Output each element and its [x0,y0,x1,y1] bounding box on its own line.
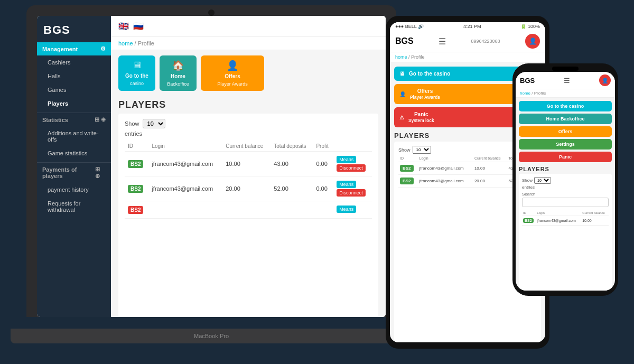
phone-menu-icon[interactable]: ☰ [564,77,570,85]
sidebar-item-games[interactable]: Games [37,83,111,97]
phone-avatar: 👤 [599,74,611,86]
tablet-avatar: 👤 [525,34,540,49]
phone-id-badge: BS2 [523,218,534,223]
table-row: BS2 jfrancom43@gmail.com 20.00 52.00 0.0… [125,176,372,201]
cell-login: jfrancom43@gmail.com [148,152,222,176]
offers-button[interactable]: 👤 Offers Player Awards [201,55,264,91]
sidebar-item-players[interactable]: Players [37,97,111,110]
sidebar-management-section[interactable]: Management ⚙ [37,42,111,55]
cell-actions: Means Disconnect [333,176,372,201]
phone-casino-button[interactable]: Go to the casino [519,101,612,111]
offers-icon: 👤 [227,60,238,71]
phone-col-balance: Current balance [581,210,609,216]
payments-label: Payments of players [42,166,95,179]
phone-search-input[interactable] [522,198,609,207]
macbook-camera [208,10,215,16]
tablet-panic-label: PanicSystem lock [408,111,434,123]
show-label: Show [125,120,139,127]
home-backoffice-button[interactable]: 🏠 Home Backoffice [160,55,197,91]
cell-actions: Means Disconnect [333,152,372,176]
tablet-topbar: BGS ☰ 89964223068 👤 [390,31,545,52]
sidebar-statistics-section[interactable]: Statistics ⊞ ⊕ [37,113,111,126]
tablet-account: 89964223068 [471,39,500,44]
cell-login [148,201,222,219]
col-deposits: Total deposits [271,141,313,152]
phone-show-row: Show 10 [522,177,609,184]
sidebar-item-payment-history[interactable]: payment history [37,183,111,197]
home-label: Home [171,73,185,79]
sidebar-item-withdrawal[interactable]: Requests for withdrawal [37,197,111,217]
phone-bc-home[interactable]: home [520,91,530,96]
statusbar-time: 4:21 PM [463,24,481,29]
flag-ru[interactable]: 🇷🇺 [133,21,144,31]
players-panel: Show 10 25 50 entries ID Login [118,114,378,317]
phone-notch [552,67,579,71]
cell-deposits: 43.00 [271,152,313,176]
phone-col-login: Login [536,210,581,216]
breadcrumb-home[interactable]: home [118,40,133,46]
sidebar-payments-section[interactable]: Payments of players ⊞ ⊕ [37,162,111,183]
phone-device: BGS ☰ 👤 home / Profile Go to the casino … [512,63,618,296]
macbook-body: BGS Management ⚙ Cashiers Halls Games Pl… [26,5,396,317]
tablet-show-select[interactable]: 10 [413,146,431,154]
col-balance: Current balance [222,141,271,152]
col-profit: Profit [313,141,333,152]
breadcrumb: home / Profile [111,37,386,50]
cell-login: jfrancom43@gmail.com [148,176,222,201]
statistics-icon: ⊞ ⊕ [95,116,106,123]
means-button[interactable]: Means [337,181,356,188]
phone-panic-button[interactable]: Panic [519,152,612,162]
sidebar-item-game-stats[interactable]: Game statistics [37,146,111,160]
flag-uk[interactable]: 🇬🇧 [118,21,129,31]
col-id: ID [125,141,148,152]
means-button[interactable]: Means [337,206,356,213]
topbar: 🇬🇧 🇷🇺 [111,16,386,37]
phone-actions: Go to the casino Home Backoffice Offers … [516,98,615,164]
offers-label: Offers [225,73,240,79]
table-header-row: ID Login Current balance Total deposits … [125,141,372,152]
phone-col-id: ID [522,210,536,216]
phone-players-table: ID Login Current balance BS2 jfrancom43@… [522,210,609,226]
tablet-cell-balance: 20.00 [473,175,507,188]
phone-show-select[interactable]: 10 [534,177,551,184]
phone-bc-page: Profile [534,91,546,96]
sidebar-item-halls[interactable]: Halls [37,69,111,83]
casino-sublabel: casino [130,81,144,86]
phone-home-button[interactable]: Home Backoffice [519,114,612,124]
tablet-col-login: Login [418,155,473,162]
disconnect-button[interactable]: Disconnect [337,164,366,172]
offers-sublabel: Player Awards [217,81,247,87]
phone-search-label: Search [522,192,609,197]
cell-balance: 10.00 [222,152,271,176]
phone-entries-label: entries [522,185,609,190]
macbook-screen: BGS Management ⚙ Cashiers Halls Games Pl… [37,16,386,317]
tablet-cell-login: jfrancom43@gmail.com [418,175,473,188]
phone-offers-button[interactable]: Offers [519,126,612,137]
phone-table-header: ID Login Current balance [522,210,609,216]
main-content: 🇬🇧 🇷🇺 home / Profile 🖥 Go to the casino [111,16,386,317]
tablet-cell-id: BS2 [398,162,418,175]
phone-topbar: BGS ☰ 👤 [516,72,615,89]
cell-id: BS2 [125,152,148,176]
tablet-id-badge: BS2 [400,178,414,184]
id-badge: BS2 [128,206,143,214]
cell-deposits [271,201,313,219]
tablet-bc-home[interactable]: home [395,54,407,60]
means-button[interactable]: Means [337,156,356,163]
tablet-menu-icon[interactable]: ☰ [439,36,446,46]
show-select[interactable]: 10 25 50 [143,119,165,128]
go-to-casino-button[interactable]: 🖥 Go to the casino [118,55,155,91]
sidebar-item-additions[interactable]: Additions and write-offs [37,126,111,146]
col-actions [333,141,372,152]
management-label: Management [42,46,78,52]
entries-label: entries [125,130,372,137]
sidebar-logo: BGS [37,16,111,42]
sidebar-item-cashiers[interactable]: Cashiers [37,55,111,69]
disconnect-button[interactable]: Disconnect [337,189,366,197]
tablet-casino-icon: 🖥 [399,71,405,77]
tablet-col-id: ID [398,155,418,162]
tablet-casino-label: Go to the casino [409,71,450,77]
phone-settings-button[interactable]: Settings [519,139,612,150]
tablet-cell-balance: 10.00 [473,162,507,175]
tablet-breadcrumb: home / Profile [390,52,545,62]
